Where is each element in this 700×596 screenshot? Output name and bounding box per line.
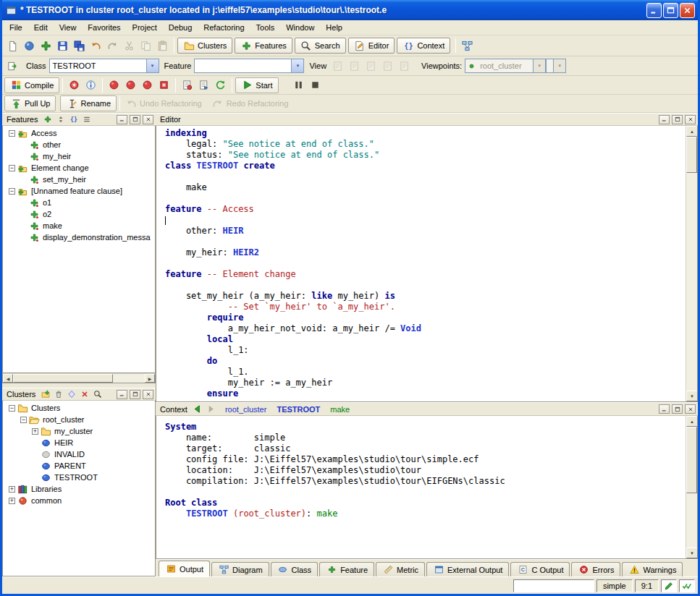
tree-item-unnamed-feature-clause[interactable]: −[Unnamed feature clause] [3, 185, 155, 197]
add-feature-icon[interactable] [42, 114, 54, 125]
tree-item-clusters[interactable]: −Clusters [3, 402, 155, 414]
redo-button[interactable] [104, 38, 121, 54]
maximize-button[interactable] [663, 3, 678, 18]
view-contract-button[interactable] [379, 58, 396, 74]
tab-warnings[interactable]: Warnings [622, 562, 683, 576]
features-close-button[interactable] [143, 115, 153, 124]
tree-item-my-cluster[interactable]: +my_cluster [3, 425, 155, 437]
breadcrumb-cluster[interactable]: root_cluster [225, 405, 266, 414]
diamond-icon[interactable] [66, 388, 77, 400]
scroll-up-button[interactable]: ▲ [686, 416, 698, 427]
add-cluster-icon[interactable] [40, 388, 51, 400]
view-flat-button[interactable] [363, 58, 379, 74]
feature-combobox[interactable]: ▼ [194, 59, 304, 73]
feature-list-icon[interactable] [81, 114, 93, 125]
clusters-minimize-button[interactable] [117, 390, 127, 399]
start-button[interactable]: Start [235, 77, 278, 93]
breadcrumb-feature[interactable]: make [330, 405, 350, 414]
minimize-button[interactable] [646, 3, 662, 18]
context-close-button[interactable] [685, 404, 696, 414]
tree-item-heir[interactable]: HEIR [3, 437, 155, 448]
menu-refactoring[interactable]: Refactoring [198, 22, 250, 33]
view-basic-button[interactable] [329, 58, 346, 74]
viewpoint-value-combobox[interactable]: ▼ [546, 59, 566, 73]
tree-expander[interactable]: − [9, 130, 15, 137]
scroll-track[interactable] [13, 374, 145, 383]
view-clickable-button[interactable] [346, 58, 363, 74]
class-tool-button[interactable] [4, 58, 21, 74]
tree-item-make[interactable]: make [3, 220, 155, 231]
refresh-button[interactable] [212, 77, 229, 93]
tab-feature[interactable]: Feature [319, 562, 374, 576]
breakpoints-doc-button[interactable] [179, 77, 195, 93]
quick-melt-button[interactable] [122, 77, 139, 93]
search-icon[interactable] [92, 388, 104, 400]
tab-diagram[interactable]: Diagram [211, 562, 269, 576]
editor-minimize-button[interactable] [659, 115, 670, 124]
tree-item-o2[interactable]: o2 [3, 208, 155, 220]
tree-expander[interactable]: − [9, 165, 15, 171]
tree-expander[interactable]: + [32, 428, 38, 435]
tree-item-parent[interactable]: PARENT [3, 460, 155, 472]
scroll-left-button[interactable]: ◀ [3, 374, 13, 383]
tab-external-output[interactable]: External Output [426, 562, 509, 576]
menu-file[interactable]: File [4, 22, 28, 33]
tree-expander[interactable]: + [9, 486, 15, 493]
menu-window[interactable]: Window [280, 22, 320, 33]
scroll-thumb[interactable] [686, 427, 697, 493]
editable-status-icon[interactable] [661, 579, 677, 592]
history-back-button[interactable] [192, 404, 203, 415]
context-vertical-scrollbar[interactable]: ▲ ▼ [686, 416, 697, 558]
menu-project[interactable]: Project [127, 22, 163, 33]
save-button[interactable] [54, 38, 71, 54]
paste-button[interactable] [154, 38, 171, 54]
sort-features-icon[interactable] [55, 114, 67, 125]
tree-item-invalid[interactable]: INVALID [3, 448, 155, 460]
menu-debug[interactable]: Debug [163, 22, 198, 33]
menu-favorites[interactable]: Favorites [82, 22, 126, 33]
tree-expander[interactable]: + [9, 498, 15, 504]
rename-button[interactable]: Rename [60, 95, 117, 111]
tab-class[interactable]: Class [271, 562, 319, 576]
watch-doc-button[interactable] [195, 77, 212, 93]
features-horizontal-scrollbar[interactable]: ◀ ▶ [2, 373, 156, 383]
editor-toggle-button[interactable]: Editor [348, 38, 395, 54]
pause-button[interactable] [290, 77, 307, 93]
search-toggle-button[interactable]: Search [295, 38, 346, 54]
clusters-close-button[interactable] [143, 390, 153, 399]
stop-button[interactable] [307, 77, 324, 93]
cut-button[interactable] [121, 38, 138, 54]
menu-edit[interactable]: Edit [28, 22, 54, 33]
tree-item-o1[interactable]: o1 [3, 197, 155, 208]
context-output-area[interactable]: System name: simple target: classic conf… [156, 416, 686, 558]
undo-button[interactable] [88, 38, 104, 54]
remove-icon[interactable] [79, 388, 90, 400]
copy-button[interactable] [138, 38, 154, 54]
tree-item-display-demonstration-messa[interactable]: display_demonstration_messa [3, 231, 155, 243]
chevron-down-icon[interactable]: ▼ [291, 59, 303, 72]
melt-button[interactable] [106, 77, 122, 93]
stop-build-button[interactable] [156, 77, 172, 93]
trash-icon[interactable] [53, 388, 64, 400]
context-minimize-button[interactable] [659, 404, 670, 414]
tree-expander[interactable]: − [9, 188, 15, 195]
chevron-down-icon[interactable]: ▼ [146, 59, 159, 72]
clusters-toggle-button[interactable]: Clusters [177, 38, 232, 54]
scroll-thumb[interactable] [686, 137, 697, 173]
open-button[interactable] [21, 38, 38, 54]
save-all-button[interactable] [71, 38, 88, 54]
tree-item-element-change[interactable]: −Element change [3, 162, 155, 174]
editor-vertical-scrollbar[interactable]: ▲ ▼ [686, 126, 697, 401]
breadcrumb-class[interactable]: TESTROOT [277, 405, 320, 414]
tab-errors[interactable]: Errors [571, 562, 620, 576]
menu-tools[interactable]: Tools [250, 22, 281, 33]
features-toggle-button[interactable]: Features [235, 38, 292, 54]
menu-help[interactable]: Help [320, 22, 348, 33]
view-interface-button[interactable] [396, 58, 413, 74]
tree-item-libraries[interactable]: +Libraries [3, 483, 155, 495]
scroll-up-button[interactable]: ▲ [686, 126, 698, 137]
tree-item-root-cluster[interactable]: −root_cluster [3, 414, 155, 425]
diagram-tool-button[interactable] [459, 38, 476, 54]
tab-metric[interactable]: Metric [376, 562, 425, 576]
scroll-right-button[interactable]: ▶ [145, 374, 155, 383]
